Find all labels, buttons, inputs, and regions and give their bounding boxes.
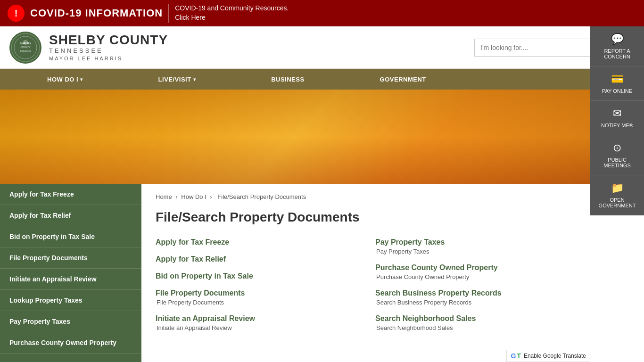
breadcrumb-how-do-i[interactable]: How Do I: [181, 193, 206, 200]
sidebar-item-pay-taxes[interactable]: Pay Property Taxes: [0, 311, 141, 332]
svg-text:COUNTY: COUNTY: [20, 46, 31, 49]
link-search-business[interactable]: Search Business Property Records: [375, 289, 576, 297]
content-wrapper: Apply for Tax Freeze Apply for Tax Relie…: [0, 184, 590, 362]
report-concern-icon: 💬: [611, 33, 624, 45]
sublink-file-property: File Property Documents: [156, 299, 356, 306]
covid-icon: !: [8, 5, 25, 22]
nav-government[interactable]: GOVERNMENT: [342, 69, 464, 90]
notify-me-icon: ✉: [613, 107, 621, 120]
nav-business[interactable]: BUSINESS: [233, 69, 342, 90]
report-concern-button[interactable]: 💬 REPORT ACONCERN: [590, 26, 644, 66]
link-apply-tax-relief[interactable]: Apply for Tax Relief: [156, 255, 356, 263]
link-group-file-property: File Property Documents File Property Do…: [156, 289, 356, 306]
links-grid: Apply for Tax Freeze Apply for Tax Relie…: [156, 238, 576, 340]
sublink-purchase-county: Purchase County Owned Property: [375, 273, 576, 280]
link-search-neighborhood[interactable]: Search Neighborhood Sales: [375, 314, 576, 323]
main-nav: HOW DO I LIVE/VISIT BUSINESS GOVERNMENT: [0, 69, 644, 90]
right-sidebar: 💬 REPORT ACONCERN 💳 PAY ONLINE ✉ NOTIFY …: [590, 26, 644, 215]
sidebar-item-file-property[interactable]: File Property Documents: [0, 247, 141, 269]
breadcrumb-current: File/Search Property Documents: [217, 193, 306, 200]
svg-text:TENNESSEE: TENNESSEE: [20, 50, 32, 52]
link-appraisal-review[interactable]: Initiate an Appraisal Review: [156, 314, 356, 323]
sidebar-item-lookup-taxes[interactable]: Lookup Property Taxes: [0, 290, 141, 311]
page-title: File/Search Property Documents: [156, 210, 576, 225]
sidebar-item-apply-tax-freeze[interactable]: Apply for Tax Freeze: [0, 184, 141, 205]
link-group-search-neighborhood: Search Neighborhood Sales Search Neighbo…: [375, 314, 576, 331]
state-name: TENNESSEE: [49, 47, 168, 55]
link-group-purchase-county: Purchase County Owned Property Purchase …: [375, 263, 576, 280]
nav-live-visit[interactable]: LIVE/VISIT: [121, 69, 234, 90]
mayor-name: MAYOR LEE HARRIS: [49, 56, 168, 61]
public-meetings-label: PUBLICMEETINGS: [603, 157, 630, 168]
logo-area: SHELBY COUNTY TENNESSEE SHELBY COUNTY TE…: [9, 32, 474, 64]
public-meetings-button[interactable]: ⊙ PUBLICMEETINGS: [590, 135, 644, 175]
sidebar-item-appraisal-review[interactable]: Initiate an Appraisal Review: [0, 269, 141, 290]
links-column-left: Apply for Tax Freeze Apply for Tax Relie…: [156, 238, 356, 340]
open-government-icon: 📁: [611, 182, 624, 194]
link-group-apply-tax-freeze: Apply for Tax Freeze: [156, 238, 356, 247]
sublink-search-neighborhood: Search Neighborhood Sales: [375, 324, 576, 331]
public-meetings-icon: ⊙: [613, 142, 621, 154]
google-translate-button[interactable]: GT Enable Google Translate: [506, 350, 590, 362]
covid-divider: [168, 4, 169, 23]
sidebar-item-bid-tax-sale[interactable]: Bid on Property in Tax Sale: [0, 226, 141, 247]
svg-point-5: [23, 40, 28, 45]
county-name: SHELBY COUNTY: [49, 33, 168, 47]
sublink-appraisal-review: Initiate an Appraisal Review: [156, 324, 356, 331]
open-government-label: OPENGOVERNMENT: [599, 197, 636, 208]
open-government-button[interactable]: 📁 OPENGOVERNMENT: [590, 175, 644, 215]
logo-text: SHELBY COUNTY TENNESSEE MAYOR LEE HARRIS: [49, 33, 168, 61]
covid-text-line1: COVID-19 and Community Resources.: [175, 4, 289, 12]
sidebar-item-purchase-county[interactable]: Purchase County Owned Property: [0, 332, 141, 354]
link-group-appraisal-review: Initiate an Appraisal Review Initiate an…: [156, 314, 356, 331]
sublink-search-business: Search Business Property Records: [375, 299, 576, 306]
google-translate-label: Enable Google Translate: [524, 353, 586, 359]
link-group-search-business: Search Business Property Records Search …: [375, 289, 576, 306]
link-group-pay-taxes: Pay Property Taxes Pay Property Taxes: [375, 238, 576, 255]
county-seal: SHELBY COUNTY TENNESSEE: [9, 32, 41, 64]
link-pay-taxes[interactable]: Pay Property Taxes: [375, 238, 576, 247]
google-translate-icon: GT: [511, 352, 520, 360]
report-concern-label: REPORT ACONCERN: [604, 48, 630, 59]
left-sidebar: Apply for Tax Freeze Apply for Tax Relie…: [0, 184, 141, 362]
covid-link[interactable]: Click Here: [175, 14, 206, 21]
links-column-right: Pay Property Taxes Pay Property Taxes Pu…: [375, 238, 576, 340]
breadcrumb-home[interactable]: Home: [156, 193, 172, 200]
sidebar-item-apply-tax-relief[interactable]: Apply for Tax Relief: [0, 205, 141, 226]
hero-image: [0, 90, 590, 184]
notify-me-label: NOTIFY ME®: [601, 123, 633, 128]
link-bid-tax-sale[interactable]: Bid on Property in Tax Sale: [156, 272, 356, 280]
pay-online-icon: 💳: [611, 73, 624, 85]
pay-online-label: PAY ONLINE: [602, 88, 632, 94]
covid-title: COVID-19 INFORMATION: [30, 7, 163, 19]
link-apply-tax-freeze[interactable]: Apply for Tax Freeze: [156, 238, 356, 247]
covid-text[interactable]: COVID-19 and Community Resources. Click …: [175, 4, 289, 22]
covid-banner: ! COVID-19 INFORMATION COVID-19 and Comm…: [0, 0, 644, 26]
nav-how-do-i[interactable]: HOW DO I: [9, 69, 121, 90]
pay-online-button[interactable]: 💳 PAY ONLINE: [590, 66, 644, 101]
link-group-apply-tax-relief: Apply for Tax Relief: [156, 255, 356, 263]
site-header: SHELBY COUNTY TENNESSEE SHELBY COUNTY TE…: [0, 26, 644, 69]
link-purchase-county[interactable]: Purchase County Owned Property: [375, 263, 576, 272]
link-group-bid-tax-sale: Bid on Property in Tax Sale: [156, 272, 356, 280]
link-file-property[interactable]: File Property Documents: [156, 289, 356, 297]
main-content: Home › How Do I › File/Search Property D…: [141, 184, 590, 362]
breadcrumb: Home › How Do I › File/Search Property D…: [156, 193, 576, 200]
notify-me-button[interactable]: ✉ NOTIFY ME®: [590, 101, 644, 135]
sublink-pay-taxes: Pay Property Taxes: [375, 248, 576, 255]
